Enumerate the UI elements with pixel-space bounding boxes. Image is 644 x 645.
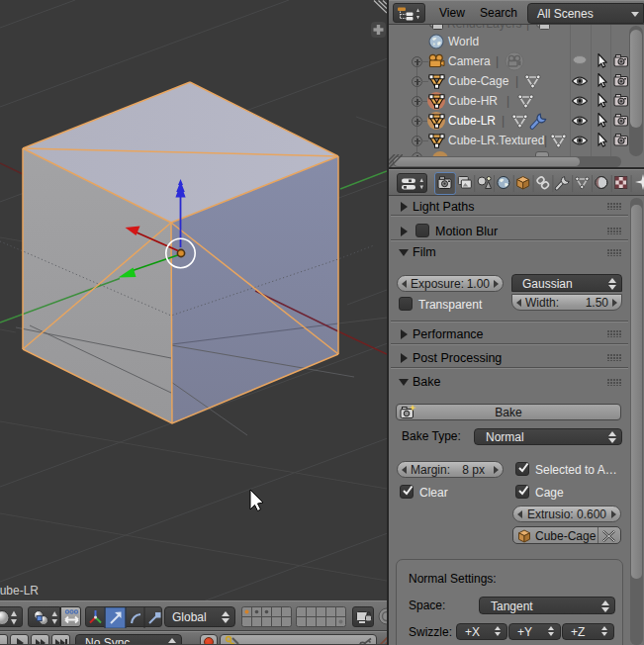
svg-text:Cube-LR: Cube-LR xyxy=(0,584,39,598)
